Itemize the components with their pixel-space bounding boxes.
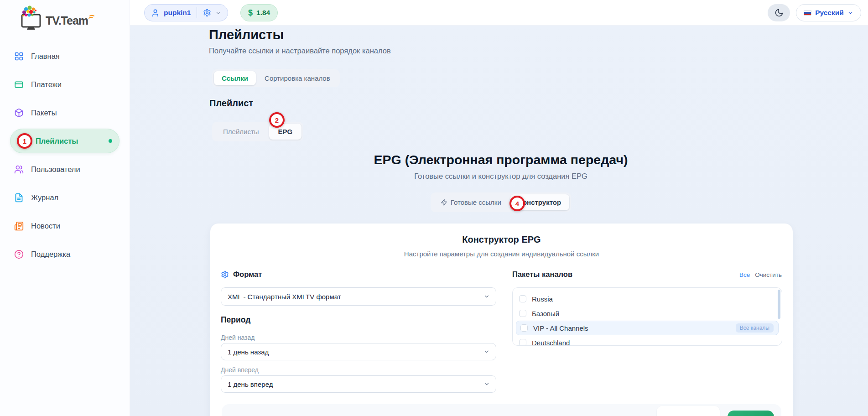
checkbox[interactable] (519, 339, 526, 346)
playlist-epg-tabs: Плейлисты EPG (212, 122, 303, 141)
tv-logo-icon (18, 5, 44, 33)
topbar: pupkin1 $ 1.84 Русский (130, 0, 868, 26)
sidebar-item-journal[interactable]: Журнал (0, 183, 130, 212)
annotation-badge-2: 2 (269, 112, 285, 128)
days-forward-value: 1 день вперед (228, 380, 273, 388)
days-back-label: Дней назад (221, 334, 255, 341)
sidebar-item-news[interactable]: Новости (0, 212, 130, 240)
package-row[interactable]: Deutschland (513, 335, 782, 346)
dollar-icon: $ (248, 8, 253, 18)
epg-title: EPG (Электронная программа передач) (209, 152, 793, 167)
checkbox[interactable] (519, 310, 526, 317)
dashboard-icon (13, 51, 24, 62)
days-forward-label: Дней вперед (221, 366, 259, 374)
sidebar: TV.Team Главная Платежи (0, 0, 130, 416)
sidebar-item-users[interactable]: Пользователи (0, 155, 130, 183)
russia-flag-icon (804, 10, 811, 16)
sidebar-item-label: Плейлисты (36, 137, 78, 146)
person-icon (151, 9, 160, 17)
days-forward-select[interactable]: 1 день вперед (221, 375, 496, 393)
package-row-highlighted[interactable]: VIP - All Channels Все каналы (516, 321, 779, 335)
chevron-down-icon (483, 381, 490, 387)
format-label: Формат (221, 270, 262, 279)
sidebar-item-label: Поддержка (31, 250, 70, 259)
wifi-arc-icon (88, 14, 94, 33)
annotation-badge-1: 1 (17, 133, 32, 149)
sidebar-item-label: Платежи (31, 80, 62, 89)
epg-constructor-card: Конструктор EPG Настройте параметры для … (210, 224, 793, 416)
create-button[interactable] (728, 411, 774, 416)
active-indicator-dot (109, 139, 112, 143)
language-selector[interactable]: Русский (796, 4, 861, 21)
tab-links[interactable]: Ссылки (214, 71, 256, 85)
epg-mode-tabs: Готовые ссылки Конструктор (431, 192, 571, 212)
period-title: Период (221, 315, 250, 325)
pill-divider (197, 7, 197, 18)
sidebar-item-label: Новости (31, 222, 60, 230)
annotation-badge-4: 4 (509, 196, 525, 211)
package-row[interactable]: Базовый (513, 306, 782, 321)
epg-subtitle: Готовые ссылки и конструктор для создани… (209, 172, 793, 181)
card-title: Конструктор EPG (210, 234, 793, 245)
chevron-down-icon (847, 10, 853, 16)
app-root: TV.Team Главная Платежи (0, 0, 868, 416)
all-channels-badge: Все каналы (736, 323, 774, 333)
links-sorting-tabs: Ссылки Сортировка каналов (212, 69, 340, 87)
sidebar-item-payments[interactable]: Платежи (0, 70, 130, 99)
package-row[interactable]: Russia (513, 291, 782, 306)
lightning-icon (441, 199, 447, 206)
checkbox[interactable] (519, 295, 526, 302)
document-icon (13, 192, 24, 203)
chevron-down-icon (483, 293, 490, 300)
select-all-link[interactable]: Все (739, 271, 750, 278)
sidebar-item-home[interactable]: Главная (0, 42, 130, 70)
user-menu-button[interactable]: pupkin1 (144, 4, 228, 21)
secondary-button[interactable] (657, 406, 720, 416)
packages-title: Пакеты каналов (512, 270, 572, 279)
format-select-value: XML - Стандартный XMLTV формат (228, 293, 341, 301)
balance-button[interactable]: $ 1.84 (240, 4, 278, 21)
sidebar-item-label: Журнал (31, 193, 58, 202)
tab-channel-sorting[interactable]: Сортировка каналов (257, 71, 338, 85)
gear-icon[interactable] (203, 9, 211, 17)
sidebar-item-label: Главная (31, 52, 60, 61)
sidebar-menu: Главная Платежи Пакеты Плейлисты 1 (0, 42, 130, 268)
clear-link[interactable]: Очистить (755, 271, 782, 278)
days-back-select[interactable]: 1 день назад (221, 343, 496, 360)
gear-icon (221, 270, 229, 279)
checkbox[interactable] (520, 324, 528, 332)
logo-text: TV.Team (46, 14, 88, 33)
format-select[interactable]: XML - Стандартный XMLTV формат (221, 287, 496, 306)
credit-card-icon (13, 79, 24, 90)
chevron-down-icon (215, 10, 221, 16)
language-label: Русский (815, 9, 844, 17)
username-label: pupkin1 (164, 9, 191, 17)
newspaper-icon (13, 220, 24, 231)
card-subtitle: Настройте параметры для создания индивид… (210, 250, 793, 258)
balance-value: 1.84 (256, 9, 270, 17)
days-back-value: 1 день назад (228, 348, 269, 356)
package-name: Russia (532, 295, 553, 303)
sidebar-item-label: Пользователи (31, 165, 80, 174)
sidebar-item-support[interactable]: Поддержка (0, 240, 130, 268)
tab-playlists[interactable]: Плейлисты (214, 124, 268, 140)
help-circle-icon (13, 249, 24, 260)
sidebar-item-packages[interactable]: Пакеты (0, 99, 130, 127)
moon-icon (774, 8, 784, 17)
dark-mode-toggle[interactable] (768, 4, 790, 21)
sidebar-item-label: Пакеты (31, 109, 57, 117)
main-content: Плейлисты Получайте ссылки и настраивайт… (130, 26, 868, 416)
app-logo: TV.Team (18, 5, 94, 33)
playlist-section-title: Плейлист (209, 98, 253, 109)
tab-ready-links[interactable]: Готовые ссылки (432, 194, 509, 210)
packages-list: Russia Базовый VIP - All Channels Все ка… (512, 287, 782, 346)
sidebar-item-playlists[interactable]: Плейлисты 1 (0, 127, 130, 155)
list-scrollbar-thumb[interactable] (778, 290, 780, 319)
package-icon (13, 107, 24, 118)
page-title: Плейлисты (209, 27, 284, 42)
users-icon (13, 164, 24, 175)
tab-label: Готовые ссылки (451, 198, 501, 206)
page-subtitle: Получайте ссылки и настраивайте порядок … (209, 47, 391, 55)
package-name: Deutschland (532, 339, 570, 346)
chevron-down-icon (483, 348, 490, 355)
